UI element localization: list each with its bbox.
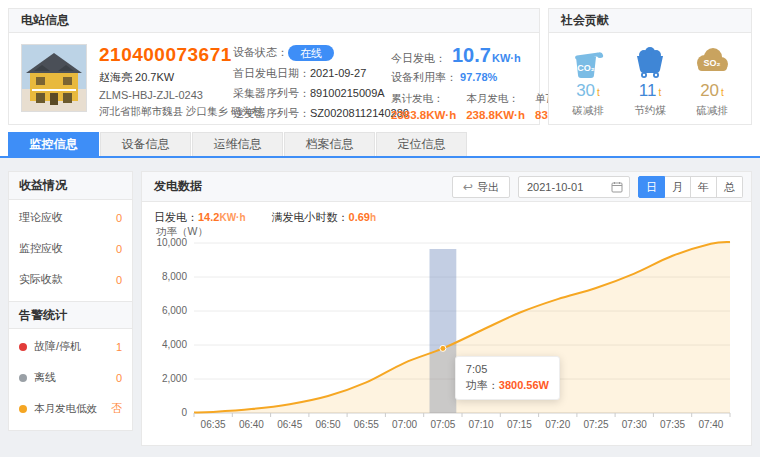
alarm-row-offline: 离线0 (9, 362, 132, 393)
social-item-so2: SO₂ 20t 硫减排 (683, 43, 741, 118)
svg-text:07:00: 07:00 (392, 419, 417, 430)
svg-text:07:20: 07:20 (545, 419, 570, 430)
status-badge: 在线 (288, 45, 334, 61)
so2-unit: t (721, 87, 724, 98)
total-generation-value: 2383.8KW·h (391, 109, 456, 121)
calendar-icon (611, 181, 623, 193)
station-info-panel: 电站信息 21040007367 (8, 8, 540, 125)
total-generation: 累计发电： 2383.8KW·h (391, 92, 456, 121)
station-address: 河北省邯郸市魏县 沙口集乡 码头村 (99, 105, 221, 119)
coal-unit: t (658, 87, 661, 98)
svg-text:6,000: 6,000 (162, 305, 187, 316)
house-image (22, 45, 86, 111)
daily-generation-stat: 日发电：14.2KW·h (154, 210, 246, 225)
content-area: 收益情况 理论应收0 监控应收0 实际收款0 告警统计 故障/停机1 离线0 (0, 158, 760, 457)
social-item-co2: CO₂ 30t 碳减排 (559, 43, 617, 118)
co2-label: 碳减排 (559, 104, 617, 118)
revenue-value: 0 (116, 243, 122, 255)
coal-label: 节约煤 (621, 104, 679, 118)
today-generation-value: 10.7 (452, 44, 491, 67)
svg-text:07:35: 07:35 (660, 419, 685, 430)
svg-text:8,000: 8,000 (162, 271, 187, 282)
revenue-row-monitored: 监控应收0 (9, 233, 132, 264)
svg-text:07:30: 07:30 (622, 419, 647, 430)
low-efficiency-dot-icon (19, 405, 27, 413)
svg-text:07:15: 07:15 (507, 419, 532, 430)
tab-location[interactable]: 定位信息 (376, 132, 467, 156)
social-contribution-panel: 社会贡献 CO₂ 30t 碳减排 (548, 8, 752, 125)
so2-value: 20 (700, 81, 719, 100)
revenue-value: 0 (116, 212, 122, 224)
range-month-button[interactable]: 月 (665, 176, 691, 198)
power-area-chart[interactable]: 02,0004,0006,0008,00010,000功率（W）06:3506:… (148, 227, 736, 439)
co2-reduction-icon: CO₂ (559, 43, 617, 79)
top-section: 电站信息 21040007367 (0, 0, 760, 132)
coal-value: 11 (639, 81, 657, 100)
export-arrow-icon: ↩ (463, 177, 473, 197)
tab-monitoring[interactable]: 监控信息 (8, 132, 99, 156)
svg-text:06:35: 06:35 (201, 419, 226, 430)
sidebar: 收益情况 理论应收0 监控应收0 实际收款0 告警统计 故障/停机1 离线0 (8, 171, 133, 431)
date-value: 2021-10-01 (527, 181, 583, 193)
station-code: ZLMS-HBJ-ZJL-0243 (99, 89, 221, 101)
svg-text:06:50: 06:50 (315, 419, 340, 430)
first-gen-row: 首日发电日期：2021-09-27 (233, 66, 379, 81)
svg-text:06:45: 06:45 (277, 419, 302, 430)
range-day-button[interactable]: 日 (638, 176, 665, 198)
full-hours-stat: 满发电小时数：0.69h (272, 210, 377, 225)
svg-text:4,000: 4,000 (162, 339, 187, 350)
coal-saving-icon (621, 43, 679, 79)
svg-text:07:40: 07:40 (698, 419, 723, 430)
tab-devices[interactable]: 设备信息 (100, 132, 191, 156)
export-button[interactable]: ↩ 导出 (452, 176, 510, 198)
station-photo (21, 44, 87, 112)
month-generation-value: 238.8KW·h (466, 109, 525, 121)
alarm-row-fault: 故障/停机1 (9, 331, 132, 362)
inverter-row: 逆变器序列号：SZ00208112140280 (233, 106, 379, 121)
svg-text:SO₂: SO₂ (703, 58, 720, 68)
alarm-section-title: 告警统计 (9, 301, 132, 329)
alarm-value: 1 (116, 341, 122, 353)
so2-label: 硫减排 (683, 104, 741, 118)
range-segmented-control: 日 月 年 总 (638, 176, 743, 198)
revenue-row-actual: 实际收款0 (9, 264, 132, 295)
offline-dot-icon (19, 374, 27, 382)
alarm-value: 0 (116, 372, 122, 384)
device-status-row: 设备状态：在线 (233, 45, 379, 61)
generation-panel-title: 发电数据 (154, 178, 202, 195)
so2-reduction-icon: SO₂ (683, 43, 741, 79)
collector-row: 采集器序列号：89100215009A (233, 86, 379, 101)
svg-text:07:05: 07:05 (430, 419, 455, 430)
co2-unit: t (597, 87, 600, 98)
co2-value: 30 (576, 81, 595, 100)
tab-archives[interactable]: 档案信息 (284, 132, 375, 156)
revenue-row-theoretical: 理论应收0 (9, 202, 132, 233)
date-picker[interactable]: 2021-10-01 (518, 176, 630, 198)
generation-data-panel: 发电数据 ↩ 导出 2021-10-01 日 月 年 总 (141, 171, 752, 446)
station-owner: 赵海亮 20.7KW (99, 70, 221, 85)
social-panel-title: 社会贡献 (549, 9, 751, 33)
svg-text:CO₂: CO₂ (577, 63, 595, 73)
range-year-button[interactable]: 年 (691, 176, 717, 198)
svg-text:07:25: 07:25 (583, 419, 608, 430)
svg-text:0: 0 (181, 407, 187, 418)
fault-dot-icon (19, 343, 27, 351)
station-id: 210400073671 (99, 44, 221, 66)
svg-text:10,000: 10,000 (156, 237, 187, 248)
svg-text:功率（W）: 功率（W） (156, 227, 208, 237)
range-total-button[interactable]: 总 (717, 176, 743, 198)
revenue-value: 0 (116, 274, 122, 286)
utilization-value: 97.78% (460, 71, 497, 83)
social-item-coal: 11t 节约煤 (621, 43, 679, 118)
svg-text:2,000: 2,000 (162, 373, 187, 384)
svg-text:07:10: 07:10 (469, 419, 494, 430)
station-panel-title: 电站信息 (9, 9, 539, 33)
power-chart[interactable]: 02,0004,0006,0008,00010,000功率（W）06:3506:… (148, 227, 747, 442)
alarm-value: 否 (111, 401, 122, 416)
svg-text:06:40: 06:40 (239, 419, 264, 430)
revenue-section-title: 收益情况 (9, 172, 132, 200)
month-generation: 本月发电： 238.8KW·h (466, 92, 525, 121)
alarm-row-low-efficiency: 本月发电低效否 (9, 393, 132, 424)
svg-text:06:55: 06:55 (354, 419, 379, 430)
tab-maintenance[interactable]: 运维信息 (192, 132, 283, 156)
